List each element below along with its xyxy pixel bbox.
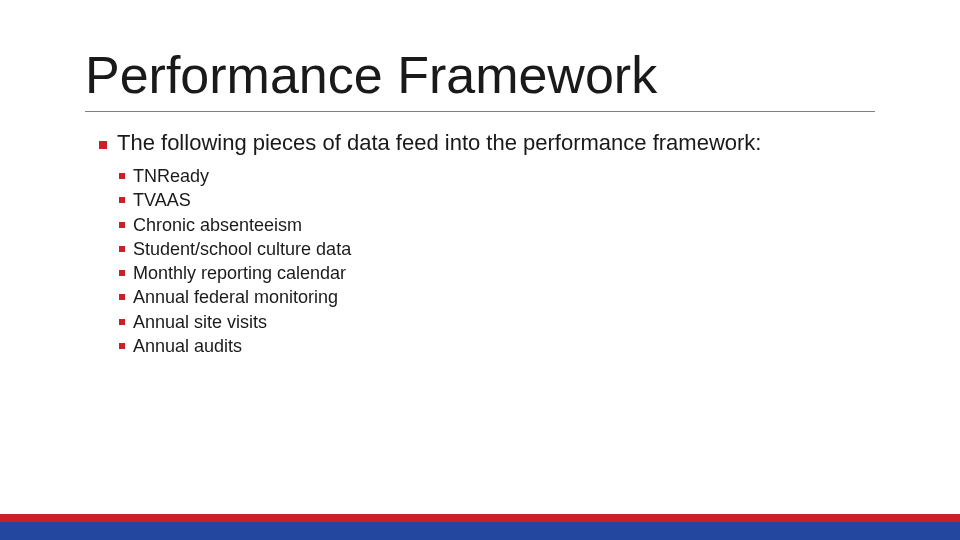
sub-item-text: Monthly reporting calendar bbox=[133, 261, 346, 285]
square-bullet-icon bbox=[119, 197, 125, 203]
square-bullet-icon bbox=[99, 141, 107, 149]
slide: Performance Framework The following piec… bbox=[0, 0, 960, 540]
sub-item-text: Chronic absenteeism bbox=[133, 213, 302, 237]
square-bullet-icon bbox=[119, 343, 125, 349]
slide-title: Performance Framework bbox=[85, 45, 875, 112]
list-item: TVAAS bbox=[119, 188, 875, 212]
list-item: Annual site visits bbox=[119, 310, 875, 334]
square-bullet-icon bbox=[119, 319, 125, 325]
square-bullet-icon bbox=[119, 270, 125, 276]
main-bullet-item: The following pieces of data feed into t… bbox=[99, 130, 875, 156]
content-area: The following pieces of data feed into t… bbox=[85, 130, 875, 358]
footer-bar-blue bbox=[0, 522, 960, 540]
list-item: Monthly reporting calendar bbox=[119, 261, 875, 285]
sub-bullet-list: TNReady TVAAS Chronic absenteeism Studen… bbox=[99, 164, 875, 358]
list-item: TNReady bbox=[119, 164, 875, 188]
sub-item-text: Annual site visits bbox=[133, 310, 267, 334]
main-item-text: The following pieces of data feed into t… bbox=[117, 130, 761, 156]
square-bullet-icon bbox=[119, 246, 125, 252]
footer-decoration bbox=[0, 506, 960, 540]
square-bullet-icon bbox=[119, 294, 125, 300]
sub-item-text: Annual federal monitoring bbox=[133, 285, 338, 309]
list-item: Annual federal monitoring bbox=[119, 285, 875, 309]
sub-item-text: TVAAS bbox=[133, 188, 191, 212]
sub-item-text: Annual audits bbox=[133, 334, 242, 358]
square-bullet-icon bbox=[119, 222, 125, 228]
list-item: Chronic absenteeism bbox=[119, 213, 875, 237]
square-bullet-icon bbox=[119, 173, 125, 179]
list-item: Student/school culture data bbox=[119, 237, 875, 261]
sub-item-text: Student/school culture data bbox=[133, 237, 351, 261]
list-item: Annual audits bbox=[119, 334, 875, 358]
sub-item-text: TNReady bbox=[133, 164, 209, 188]
